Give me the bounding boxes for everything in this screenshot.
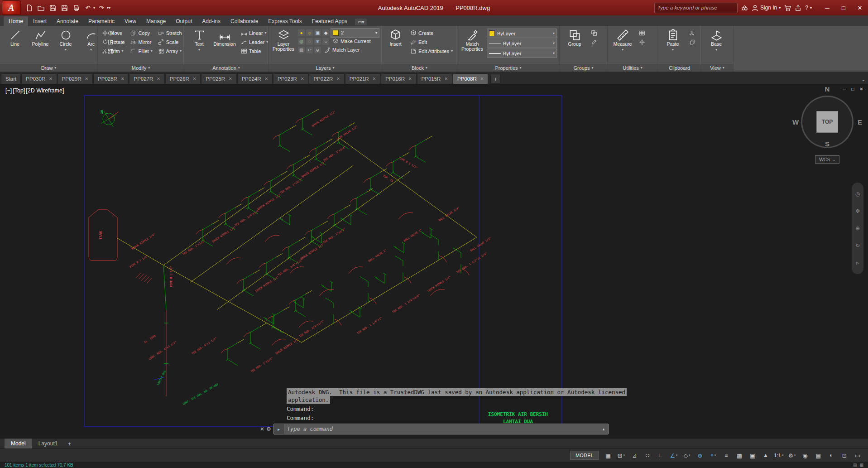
doc-tab-pp029r[interactable]: PP029R✕ [58, 73, 93, 84]
new-layout-button[interactable]: + [67, 440, 71, 447]
workspace-switching-icon[interactable]: ⚙▾ [786, 451, 798, 460]
doc-tab-close-icon[interactable]: ✕ [193, 77, 197, 81]
panel-label-clipboard[interactable]: Clipboard [658, 64, 701, 72]
open-icon[interactable] [35, 2, 46, 13]
fillet-button[interactable]: Fillet▾ [128, 47, 154, 55]
panel-label-groups[interactable]: Groups▾ [560, 64, 607, 72]
application-menu-button[interactable]: A [2, 0, 21, 15]
app-store-icon[interactable] [784, 5, 791, 11]
layer-walk-icon[interactable]: ▥ [298, 47, 305, 53]
ribbon-tab-parametric[interactable]: Parametric [83, 16, 120, 26]
undo-caret-icon[interactable]: ▾ [93, 6, 95, 10]
doc-tab-pp024r[interactable]: PP024R✕ [237, 73, 273, 84]
color-dropdown[interactable]: ByLayer▾ [487, 29, 557, 38]
layer-prev-icon[interactable]: ↩ [306, 47, 313, 53]
scale-button[interactable]: Scale [156, 38, 184, 46]
polyline-button[interactable]: Polyline [28, 28, 53, 64]
plot-icon[interactable] [71, 2, 82, 13]
help-icon[interactable]: ?▾ [805, 5, 812, 11]
layer-lock-icon[interactable]: ▣ [314, 29, 321, 36]
mirror-button[interactable]: Mirror [128, 38, 154, 46]
panel-label-annotation[interactable]: Annotation▾ [184, 64, 268, 72]
doc-close-icon[interactable]: ✕ [858, 86, 865, 92]
layer-freeze-icon[interactable]: ❄ [314, 38, 321, 45]
isometric-drafting-icon[interactable]: ◇▾ [681, 451, 693, 460]
insert-block-button[interactable]: Insert [384, 28, 407, 64]
minimize-button[interactable]: ─ [819, 1, 835, 14]
linear-button[interactable]: Linear▾ [239, 29, 270, 37]
doc-tab-close-icon[interactable]: ✕ [301, 77, 304, 81]
pan-icon[interactable]: ✥ [855, 208, 860, 214]
search-icon[interactable] [741, 5, 748, 11]
leader-button[interactable]: Leader▾ [239, 38, 270, 46]
paste-button[interactable]: Paste▾ [660, 28, 686, 64]
doc-tab-pp025r[interactable]: PP025R✕ [201, 73, 236, 84]
showmotion-icon[interactable]: ▹ [856, 260, 859, 266]
ribbon-tab-manage[interactable]: Manage [141, 16, 171, 26]
quick-calc-icon[interactable] [637, 29, 647, 37]
ribbon-tab-express-tools[interactable]: Express Tools [263, 16, 307, 26]
match-layer-button[interactable]: Match Layer [322, 46, 362, 54]
ribbon-display-toggle-icon[interactable]: ▭▾ [355, 19, 367, 25]
clean-screen-icon[interactable]: ▭ [852, 451, 863, 460]
command-input-box[interactable]: ▸ ▴ [273, 424, 609, 434]
layer-color-icon[interactable]: ◆ [322, 29, 329, 36]
lineweight-icon[interactable]: ≡ [720, 451, 732, 460]
doc-tab-close-icon[interactable]: ✕ [264, 77, 268, 81]
list-view-icon[interactable]: ▤ [853, 463, 857, 467]
panel-label-utilities[interactable]: Utilities▾ [608, 64, 657, 72]
close-button[interactable]: ✕ [852, 1, 868, 14]
annotation-scale-button[interactable]: 1:1▾ [773, 451, 785, 460]
layer-merge-icon[interactable]: ⊎ [314, 47, 321, 53]
save-as-icon[interactable] [59, 2, 70, 13]
trim-button[interactable]: Trim▾ [100, 47, 126, 55]
polar-tracking-icon[interactable]: ∠▾ [668, 451, 680, 460]
annotation-monitor-icon[interactable]: ◉ [799, 451, 811, 460]
match-properties-button[interactable]: Match Properties [460, 28, 485, 64]
ribbon-tab-collaborate[interactable]: Collaborate [225, 16, 263, 26]
viewcube-west[interactable]: W [792, 118, 799, 126]
isolate-objects-icon[interactable]: ◐ [825, 451, 837, 460]
circle-button[interactable]: Circle▾ [53, 28, 78, 64]
doc-tab-start[interactable]: Start [1, 73, 21, 84]
graphics-performance-icon[interactable]: ⊡ [839, 451, 850, 460]
ribbon-tab-featured-apps[interactable]: Featured Apps [307, 16, 352, 26]
text-button[interactable]: Text▾ [187, 28, 212, 64]
doc-tab-close-icon[interactable]: ✕ [229, 77, 232, 81]
make-current-button[interactable]: Make Current [331, 37, 373, 46]
stretch-button[interactable]: Stretch [156, 29, 184, 37]
cut-icon[interactable] [687, 29, 697, 37]
move-button[interactable]: Move [100, 29, 126, 37]
viewport-view-control[interactable]: [Top] [13, 87, 25, 94]
object-snap-tracking-icon[interactable]: ⊕ [694, 451, 706, 460]
layer-on-icon[interactable]: ● [298, 29, 305, 36]
doc-tab-pp022r[interactable]: PP022R✕ [309, 73, 344, 84]
dynamic-input-icon[interactable]: ∷ [642, 451, 653, 460]
table-button[interactable]: Table [239, 47, 270, 55]
zoom-icon[interactable]: ⊕ [855, 225, 860, 232]
base-view-button[interactable]: Base▾ [704, 28, 729, 64]
infer-constraints-icon[interactable]: ⊿ [628, 451, 640, 460]
panel-label-properties[interactable]: Properties▾ [457, 64, 559, 72]
doc-tab-close-icon[interactable]: ✕ [444, 77, 448, 81]
line-button[interactable]: Line [2, 28, 28, 64]
ribbon-tab-output[interactable]: Output [171, 16, 197, 26]
doc-tab-pp015r[interactable]: PP015R✕ [417, 73, 452, 84]
lineweight-dropdown[interactable]: ByLayer▾ [487, 48, 557, 58]
viewport-visual-style-control[interactable]: [2D Wireframe] [26, 87, 64, 94]
layer-dropdown[interactable]: 2 ▾ [331, 28, 379, 38]
layer-isolate-icon[interactable]: ◎ [298, 38, 305, 45]
share-icon[interactable] [795, 5, 801, 11]
doc-tab-pp021r[interactable]: PP021R✕ [345, 73, 380, 84]
wcs-dropdown[interactable]: WCS⌄ [815, 155, 839, 164]
viewcube-east[interactable]: E [858, 118, 862, 126]
viewcube[interactable]: N S W E TOP WCS⌄ [799, 90, 855, 164]
group-edit-icon[interactable] [589, 38, 599, 46]
command-customize-icon[interactable]: ⚙ [266, 426, 271, 432]
edit-button[interactable]: Edit [408, 38, 455, 46]
annotation-visibility-icon[interactable]: ▲ [760, 451, 772, 460]
qat-customize-icon[interactable]: ▾ [109, 6, 110, 10]
doc-tab-close-icon[interactable]: ✕ [408, 77, 412, 81]
save-icon[interactable] [47, 2, 58, 13]
layer-unisolate-icon[interactable]: ◌ [306, 38, 313, 45]
